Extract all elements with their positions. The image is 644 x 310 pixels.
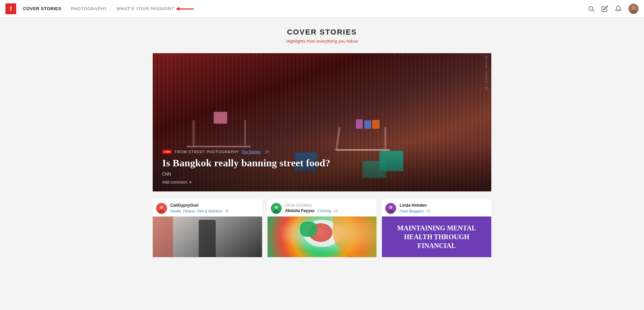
page-content: COVER STORIES Highlights from everything… <box>153 18 491 271</box>
logo-letter: f <box>10 5 12 12</box>
svg-line-1 <box>593 10 594 12</box>
card-time-2: 1d <box>334 209 338 213</box>
nav-photography[interactable]: PHOTOGRAPHY <box>71 6 107 11</box>
orange-bg <box>333 216 377 257</box>
nav-icons <box>588 4 639 14</box>
cards-grid: CaliGypsyGurl Health, Fitness, Diet & Nu… <box>153 200 491 257</box>
card-caligupsygurl[interactable]: CaliGypsyGurl Health, Fitness, Diet & Nu… <box>153 200 262 257</box>
hero-article[interactable]: MICHAEL CIAGLO / AP CNN FROM STREET PHOT… <box>153 53 491 191</box>
card-header-2: FROM COOKING Abdulla Fayyaz Cooking 1d <box>267 200 377 216</box>
chevron-down-icon: ▾ <box>189 180 191 185</box>
card-meta-2: FROM COOKING Abdulla Fayyaz Cooking 1d <box>285 204 373 213</box>
page-header: COVER STORIES Highlights from everything… <box>153 28 491 44</box>
comment-label: Add comment <box>162 180 187 185</box>
svg-point-0 <box>589 6 593 11</box>
notification-button[interactable] <box>615 5 622 12</box>
svg-point-9 <box>275 206 278 209</box>
svg-point-12 <box>389 206 392 209</box>
hero-source-line: CNN FROM STREET PHOTOGRAPHY Top Stories … <box>162 149 482 154</box>
nav-links: COVER STORIES PHOTOGRAPHY WHAT'S YOUR PA… <box>23 6 588 12</box>
svg-point-3 <box>632 6 635 9</box>
card-author-3: Linda Hobden <box>400 203 488 208</box>
card-author-1: CaliGypsyGurl <box>170 203 259 208</box>
red-element <box>153 216 173 257</box>
source-time: 1h <box>265 150 269 154</box>
cnn-logo: CNN <box>162 149 172 154</box>
card-author-2: Abdulla Fayyaz <box>285 208 315 213</box>
svg-point-6 <box>160 206 163 209</box>
nav-arrow-icon <box>177 6 197 12</box>
card-category-3[interactable]: Fave Bloggers <box>400 209 424 213</box>
user-avatar[interactable] <box>628 4 639 14</box>
card-time-3: 2h <box>426 209 430 213</box>
card-from-label-2: FROM COOKING <box>285 204 312 207</box>
card-time-1: 2h <box>225 209 229 213</box>
card-subcategory-2[interactable]: Cooking <box>317 209 331 213</box>
cup-2 <box>364 120 371 129</box>
nav-whats-your-passion[interactable]: WHAT'S YOUR PASSION? <box>116 6 174 11</box>
card-meta-3: Linda Hobden Fave Bloggers 2h <box>400 203 488 214</box>
salad-image <box>267 216 377 257</box>
card-avatar-1 <box>156 203 167 214</box>
page-subtitle: Highlights from everything you follow <box>153 39 491 44</box>
hero-comment-button[interactable]: Add comment ▾ <box>162 180 482 185</box>
hero-title[interactable]: Is Bangkok really banning street food? <box>162 157 482 169</box>
card-linda[interactable]: Linda Hobden Fave Bloggers 2h MAINTAININ… <box>382 200 491 257</box>
card-meta-1: CaliGypsyGurl Health, Fitness, Diet & Nu… <box>170 203 259 214</box>
fitness-image <box>153 216 262 257</box>
page-title: COVER STORIES <box>153 28 491 37</box>
card-image-3: MAINTAINING MENTAL HEALTH THROUGH FINANC… <box>382 216 491 257</box>
hero-watermark: MICHAEL CIAGLO / AP <box>485 56 488 91</box>
nav-cover-stories[interactable]: COVER STORIES <box>23 6 61 11</box>
person-silhouette <box>199 220 216 257</box>
card-cooking[interactable]: FROM COOKING Abdulla Fayyaz Cooking 1d <box>267 200 377 257</box>
edit-button[interactable] <box>601 5 608 12</box>
mental-health-image: MAINTAINING MENTAL HEALTH THROUGH FINANC… <box>382 216 491 257</box>
source-from-label: FROM STREET PHOTOGRAPHY <box>175 150 239 154</box>
cucumber <box>300 222 317 237</box>
hero-overlay: CNN FROM STREET PHOTOGRAPHY Top Stories … <box>153 143 491 191</box>
source-link[interactable]: Top Stories <box>242 150 260 154</box>
card-header-3: Linda Hobden Fave Bloggers 2h <box>382 200 491 216</box>
flipboard-logo[interactable]: f <box>5 3 16 14</box>
cup-3 <box>372 120 380 129</box>
mental-health-text: MAINTAINING MENTAL HEALTH THROUGH FINANC… <box>387 224 486 250</box>
card-avatar-3 <box>385 203 396 214</box>
hero-publisher: CNN <box>162 172 482 177</box>
card-image-1 <box>153 216 262 257</box>
card-header-1: CaliGypsyGurl Health, Fitness, Diet & Nu… <box>153 200 262 216</box>
nav-passion-container: WHAT'S YOUR PASSION? <box>116 6 197 12</box>
cup-1 <box>356 119 363 129</box>
card-category-1[interactable]: Health, Fitness, Diet & Nutrition <box>170 209 222 213</box>
card-avatar-2 <box>271 203 282 214</box>
navbar: f COVER STORIES PHOTOGRAPHY WHAT'S YOUR … <box>0 0 644 18</box>
search-button[interactable] <box>588 5 595 12</box>
card-image-2 <box>267 216 377 257</box>
container-decoration <box>214 112 227 124</box>
